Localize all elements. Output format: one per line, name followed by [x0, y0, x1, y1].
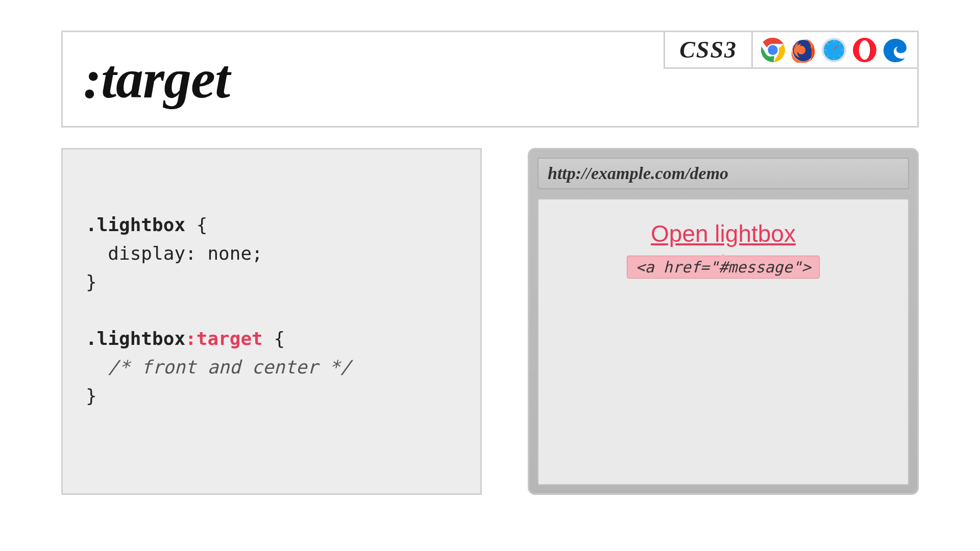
- firefox-icon: [791, 37, 816, 63]
- safari-icon: [821, 37, 847, 63]
- demo-viewport: Open lightbox <a href="#message">: [537, 198, 909, 485]
- open-lightbox-link[interactable]: Open lightbox: [651, 220, 796, 247]
- code-example: .lightbox { display: none; } .lightbox:t…: [61, 148, 482, 495]
- code-tooltip: <a href="#message">: [627, 256, 819, 279]
- code-text: .lightbox: [86, 214, 185, 235]
- edge-icon: [883, 37, 908, 63]
- slide-title: :target: [83, 47, 230, 111]
- demo-browser-frame: http://example.com/demo Open lightbox <a…: [528, 148, 919, 495]
- support-box: CSS3: [664, 31, 919, 69]
- highlighted-pseudo: :target: [185, 328, 263, 349]
- browser-support: [753, 32, 917, 67]
- spec-label: CSS3: [665, 32, 753, 67]
- code-comment: /* front and center */: [86, 357, 351, 378]
- url-bar: http://example.com/demo: [537, 158, 909, 189]
- chrome-icon: [760, 37, 786, 63]
- slide-header: :target CSS3: [61, 31, 919, 128]
- opera-icon: [852, 37, 877, 63]
